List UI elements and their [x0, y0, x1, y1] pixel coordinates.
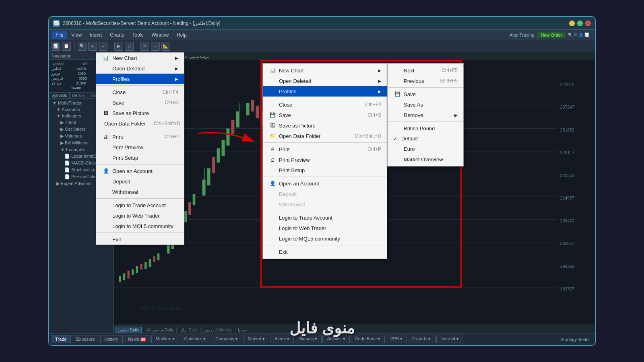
svg-rect-11	[123, 274, 125, 280]
dd-sub-previous[interactable]: Previous Shift+F5	[388, 76, 463, 86]
toolbar-btn-10[interactable]: 📐	[161, 42, 170, 51]
main-new-chart-icon: 📊	[268, 67, 277, 74]
maximize-button[interactable]: □	[577, 21, 583, 26]
toolbar-btn-1[interactable]: 📊	[52, 42, 60, 51]
symbols-tab[interactable]: Symbols	[49, 93, 70, 99]
tab-index-daily[interactable]: شاخص.کالا Daily	[142, 327, 177, 333]
dd-main-open-deleted[interactable]: Open Deleted ▶	[263, 76, 387, 86]
toolbar-btn-4[interactable]: +	[88, 42, 97, 51]
tab-codebase[interactable]: Code Base ▾	[351, 335, 385, 343]
dd-sub-default[interactable]: ✓ Default	[388, 134, 463, 144]
dd-main-save-picture[interactable]: 🖼 Save as Picture	[263, 120, 387, 131]
dd-sub-remove[interactable]: Remove ▶	[388, 110, 463, 120]
toolbar-btn-6[interactable]: ▶	[114, 42, 123, 51]
toolbar-btn-9[interactable]: 〰	[151, 42, 160, 51]
dropdown-main: 📊 New Chart ▶ Open Deleted ▶ Profiles ▶ …	[262, 63, 387, 259]
dd-small-deposit[interactable]: Deposit	[96, 176, 184, 187]
menu-file[interactable]: File	[52, 31, 67, 39]
tab-history[interactable]: History	[100, 335, 123, 343]
dd-small-login-mql5[interactable]: Login to MQL5.community	[96, 221, 184, 231]
dd-main-close[interactable]: Close Ctrl+F4	[263, 99, 387, 110]
dd-sub-british-pound[interactable]: British Pound	[388, 123, 463, 134]
dd-main-save[interactable]: 💾 Save Ctrl+S	[263, 110, 387, 120]
tab-rial-daily[interactable]: ریال Daily	[178, 327, 200, 333]
menu-insert[interactable]: Insert	[86, 31, 106, 39]
dd-small-open-deleted[interactable]: Open Deleted ▶	[96, 63, 184, 74]
tab-mailbox[interactable]: Mailbox ▾	[151, 335, 179, 343]
dd-small-profiles[interactable]: Profiles ▶	[96, 74, 184, 84]
tab-journal[interactable]: Journal ▾	[436, 335, 463, 343]
dd-main-open-account[interactable]: 👤 Open an Account	[263, 178, 387, 189]
tab-adrovis-weekly[interactable]: ادرویس Weekly	[201, 327, 234, 333]
svg-rect-28	[207, 168, 211, 185]
dd-small-print[interactable]: 🖨 Print Ctrl+P	[96, 132, 184, 142]
balance-text: Balance: 100,000.00 RLS Equity: 100,000.…	[52, 345, 191, 346]
dd-sub-euro[interactable]: Euro	[388, 144, 463, 154]
svg-text:Mofid Securities: Mofid Securities	[140, 304, 182, 312]
tab-experts[interactable]: Experts ▾	[408, 335, 435, 343]
svg-text:214987: 214987	[560, 195, 574, 200]
algo-trading-btn[interactable]: Algo Trading	[510, 33, 538, 37]
toolbar-btn-7[interactable]: ⏸	[125, 42, 134, 51]
dd-main-open-data[interactable]: 📁 Open Data Folder Ctrl+Shift+D	[263, 131, 387, 141]
menu-window[interactable]: Window	[148, 31, 173, 39]
tab-atls-daily[interactable]: اطلس Daily	[115, 327, 142, 333]
dd-small-save[interactable]: Save Ctrl+S	[96, 97, 184, 108]
save-picture-icon: 🖼	[102, 110, 110, 116]
window-controls: _ □ ×	[569, 21, 591, 26]
close-button[interactable]: ×	[585, 21, 591, 26]
tab-khesapa[interactable]: خساپا	[235, 327, 250, 333]
dd-main-print-preview[interactable]: 🖨 Print Preview	[263, 154, 387, 165]
toolbar-btn-2[interactable]: 📋	[62, 42, 71, 51]
dd-main-login-mql5[interactable]: Login to MQL5.community	[263, 233, 387, 244]
dd-main-print[interactable]: 🖨 Print Ctrl+P	[263, 144, 387, 154]
dd-small-sep4	[96, 198, 184, 199]
dd-main-profiles[interactable]: Profiles ▶	[263, 86, 387, 97]
svg-rect-36	[251, 100, 254, 111]
menu-view[interactable]: View	[67, 31, 86, 39]
dd-main-login-trade[interactable]: Login to Trade Account	[263, 212, 387, 223]
dd-small-save-picture[interactable]: 🖼 Save as Picture	[96, 108, 184, 118]
dd-small-print-preview[interactable]: Print Preview	[96, 142, 184, 152]
dd-main-print-setup[interactable]: Print Setup	[263, 165, 387, 175]
dd-small-exit[interactable]: Exit	[96, 234, 184, 245]
tab-vps[interactable]: VPS ▾	[386, 335, 407, 343]
tab-company[interactable]: Company ▾	[211, 335, 242, 343]
tab-trade[interactable]: Trade	[51, 335, 71, 343]
dd-small-login-web[interactable]: Login to Web Trader	[96, 210, 184, 221]
dd-small-login-trade[interactable]: Login to Trade Account	[96, 200, 184, 210]
dd-small-sep2	[96, 130, 184, 130]
dd-small-new-chart[interactable]: 📊 New Chart ▶	[96, 53, 184, 63]
tab-calendar[interactable]: Calendar ▾	[180, 335, 211, 343]
menu-help[interactable]: Help	[173, 31, 191, 39]
tab-news[interactable]: News 99	[124, 335, 151, 343]
dd-main-exit[interactable]: Exit	[263, 247, 387, 257]
dd-small-print-setup[interactable]: Print Setup	[96, 152, 184, 163]
toolbar-btn-8[interactable]: ✏	[140, 42, 149, 51]
dd-small-sep5	[96, 232, 184, 233]
dd-sub-next[interactable]: Next Ctrl+F5	[388, 65, 463, 76]
dd-sub-market-overview[interactable]: Market Overview	[388, 154, 463, 165]
dd-small-withdrawal[interactable]: Withdrawal	[96, 187, 184, 197]
tab-market[interactable]: Market ▾	[243, 335, 269, 343]
toolbar-btn-3[interactable]: 🔍	[78, 42, 87, 51]
strategy-tester-btn[interactable]: Strategy Tester	[557, 336, 593, 343]
new-order-btn[interactable]: New Order	[537, 32, 565, 38]
dd-small-open-data[interactable]: Open Data Folder Ctrl+Shift+D	[96, 118, 184, 129]
toolbar-btn-5[interactable]: −	[99, 42, 107, 51]
svg-text:192727: 192727	[560, 286, 574, 291]
svg-rect-33	[231, 120, 234, 134]
tab-exposure[interactable]: Exposure	[72, 335, 99, 343]
dd-small-close[interactable]: Close Ctrl+F4	[96, 87, 184, 97]
details-tab[interactable]: Details	[70, 93, 87, 99]
dd-main-login-web[interactable]: Login to Web Trader	[263, 223, 387, 233]
dd-main-new-chart[interactable]: 📊 New Chart ▶	[263, 65, 387, 76]
minimize-button[interactable]: _	[569, 21, 575, 26]
dd-sub-save[interactable]: 💾 Save	[388, 89, 463, 99]
toolbar: 📊 📋 🔍 + − ▶ ⏸ ✏ 〰 📐	[49, 40, 595, 52]
dd-sub-save-as[interactable]: Save As	[388, 99, 463, 110]
checkmark-icon: ✓	[393, 136, 400, 142]
menu-tools[interactable]: Tools	[128, 31, 148, 39]
menu-charts[interactable]: Charts	[106, 31, 128, 39]
dd-small-open-account[interactable]: 👤 Open an Account	[96, 166, 184, 176]
